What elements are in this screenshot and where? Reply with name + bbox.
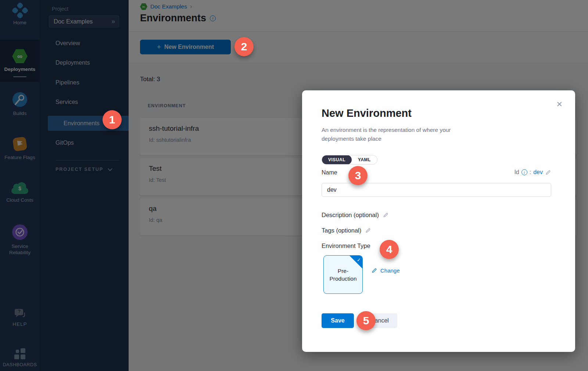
environment-type-row: Environment Type [322,242,370,249]
change-pencil-icon [371,267,377,274]
tab-visual[interactable]: VISUAL [322,155,352,165]
annotation-badge-2: 2 [234,37,254,56]
id-value: dev [533,169,543,176]
modal-description: An environment is the representation of … [322,126,480,143]
id-row: Id i : dev [514,169,551,176]
annotation-badge-5: 5 [356,311,376,330]
tags-label: Tags (optional) [322,227,361,234]
edit-id-pencil-icon[interactable] [545,169,551,176]
tags-row[interactable]: Tags (optional) [322,227,371,234]
edit-tags-pencil-icon [365,227,371,234]
close-icon[interactable]: ✕ [556,100,563,109]
check-icon: ✓ [357,256,361,264]
tab-yaml[interactable]: YAML [352,155,377,165]
app-root: Home ∞ Deployments Builds Feature Flags … [0,0,588,371]
environment-type-label: Environment Type [322,242,370,249]
id-label: Id [514,169,519,176]
change-label: Change [380,267,400,274]
annotation-badge-1: 1 [103,110,122,129]
name-label: Name [322,169,337,176]
environment-type-value: Pre-Production [327,267,359,282]
id-colon: : [530,169,531,176]
description-label: Description (optional) [322,212,379,219]
modal-title: New Environment [322,107,412,119]
name-input[interactable] [322,183,551,197]
new-environment-modal: ✕ New Environment An environment is the … [302,90,575,352]
description-row[interactable]: Description (optional) [322,212,389,219]
save-button[interactable]: Save [322,313,354,328]
environment-type-card-pre-production[interactable]: Pre-Production ✓ [323,255,363,294]
annotation-badge-3: 3 [348,166,368,185]
change-environment-type-link[interactable]: Change [371,267,400,274]
annotation-badge-4: 4 [380,240,399,259]
info-icon[interactable]: i [521,169,527,175]
edit-description-pencil-icon [383,212,389,218]
visual-yaml-toggle: VISUAL YAML [322,155,377,165]
